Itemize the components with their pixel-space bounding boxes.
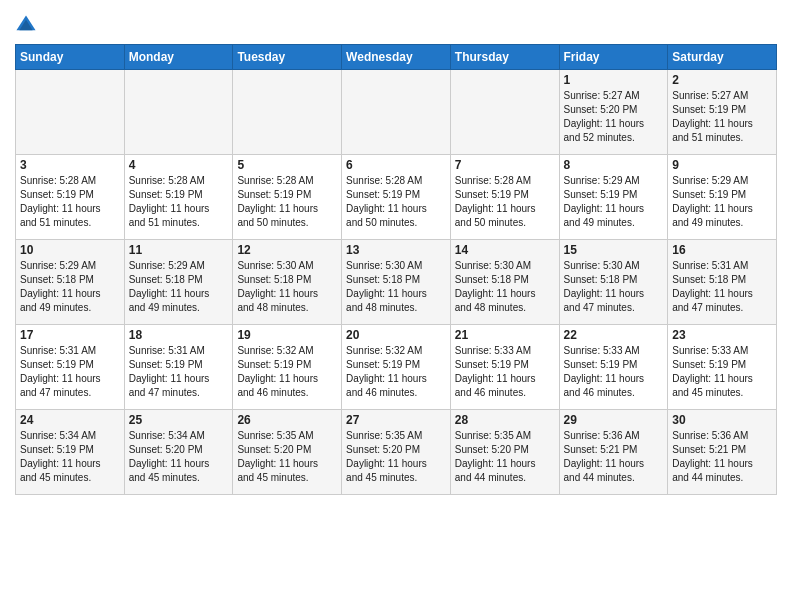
day-info: Sunrise: 5:29 AM Sunset: 5:19 PM Dayligh… (564, 174, 664, 230)
calendar-cell (16, 70, 125, 155)
day-number: 19 (237, 328, 337, 342)
day-number: 28 (455, 413, 555, 427)
day-info: Sunrise: 5:28 AM Sunset: 5:19 PM Dayligh… (455, 174, 555, 230)
day-info: Sunrise: 5:29 AM Sunset: 5:19 PM Dayligh… (672, 174, 772, 230)
day-info: Sunrise: 5:35 AM Sunset: 5:20 PM Dayligh… (346, 429, 446, 485)
logo (15, 14, 41, 36)
day-info: Sunrise: 5:27 AM Sunset: 5:20 PM Dayligh… (564, 89, 664, 145)
calendar-cell: 26Sunrise: 5:35 AM Sunset: 5:20 PM Dayli… (233, 410, 342, 495)
day-number: 17 (20, 328, 120, 342)
calendar-cell: 29Sunrise: 5:36 AM Sunset: 5:21 PM Dayli… (559, 410, 668, 495)
day-info: Sunrise: 5:29 AM Sunset: 5:18 PM Dayligh… (129, 259, 229, 315)
day-info: Sunrise: 5:35 AM Sunset: 5:20 PM Dayligh… (455, 429, 555, 485)
day-info: Sunrise: 5:30 AM Sunset: 5:18 PM Dayligh… (346, 259, 446, 315)
day-info: Sunrise: 5:36 AM Sunset: 5:21 PM Dayligh… (564, 429, 664, 485)
day-number: 16 (672, 243, 772, 257)
calendar-cell: 22Sunrise: 5:33 AM Sunset: 5:19 PM Dayli… (559, 325, 668, 410)
calendar-cell: 16Sunrise: 5:31 AM Sunset: 5:18 PM Dayli… (668, 240, 777, 325)
day-info: Sunrise: 5:28 AM Sunset: 5:19 PM Dayligh… (346, 174, 446, 230)
day-number: 23 (672, 328, 772, 342)
calendar-cell: 18Sunrise: 5:31 AM Sunset: 5:19 PM Dayli… (124, 325, 233, 410)
logo-icon (15, 14, 37, 36)
day-info: Sunrise: 5:35 AM Sunset: 5:20 PM Dayligh… (237, 429, 337, 485)
day-info: Sunrise: 5:31 AM Sunset: 5:19 PM Dayligh… (20, 344, 120, 400)
calendar-cell (450, 70, 559, 155)
calendar-table: SundayMondayTuesdayWednesdayThursdayFrid… (15, 44, 777, 495)
day-info: Sunrise: 5:31 AM Sunset: 5:19 PM Dayligh… (129, 344, 229, 400)
day-number: 24 (20, 413, 120, 427)
day-number: 30 (672, 413, 772, 427)
calendar-cell: 11Sunrise: 5:29 AM Sunset: 5:18 PM Dayli… (124, 240, 233, 325)
day-info: Sunrise: 5:32 AM Sunset: 5:19 PM Dayligh… (237, 344, 337, 400)
day-number: 11 (129, 243, 229, 257)
calendar-cell: 3Sunrise: 5:28 AM Sunset: 5:19 PM Daylig… (16, 155, 125, 240)
calendar-cell: 4Sunrise: 5:28 AM Sunset: 5:19 PM Daylig… (124, 155, 233, 240)
day-number: 22 (564, 328, 664, 342)
day-number: 9 (672, 158, 772, 172)
calendar-cell: 7Sunrise: 5:28 AM Sunset: 5:19 PM Daylig… (450, 155, 559, 240)
day-info: Sunrise: 5:27 AM Sunset: 5:19 PM Dayligh… (672, 89, 772, 145)
calendar-cell: 17Sunrise: 5:31 AM Sunset: 5:19 PM Dayli… (16, 325, 125, 410)
day-of-week-friday: Friday (559, 45, 668, 70)
calendar-cell: 1Sunrise: 5:27 AM Sunset: 5:20 PM Daylig… (559, 70, 668, 155)
day-number: 27 (346, 413, 446, 427)
day-number: 10 (20, 243, 120, 257)
day-of-week-monday: Monday (124, 45, 233, 70)
calendar-header: SundayMondayTuesdayWednesdayThursdayFrid… (16, 45, 777, 70)
day-number: 2 (672, 73, 772, 87)
calendar-cell: 12Sunrise: 5:30 AM Sunset: 5:18 PM Dayli… (233, 240, 342, 325)
day-info: Sunrise: 5:28 AM Sunset: 5:19 PM Dayligh… (20, 174, 120, 230)
day-number: 7 (455, 158, 555, 172)
day-info: Sunrise: 5:28 AM Sunset: 5:19 PM Dayligh… (237, 174, 337, 230)
calendar-cell: 20Sunrise: 5:32 AM Sunset: 5:19 PM Dayli… (342, 325, 451, 410)
calendar-cell: 28Sunrise: 5:35 AM Sunset: 5:20 PM Dayli… (450, 410, 559, 495)
calendar-cell: 10Sunrise: 5:29 AM Sunset: 5:18 PM Dayli… (16, 240, 125, 325)
day-of-week-sunday: Sunday (16, 45, 125, 70)
day-number: 6 (346, 158, 446, 172)
day-number: 21 (455, 328, 555, 342)
day-number: 26 (237, 413, 337, 427)
day-info: Sunrise: 5:30 AM Sunset: 5:18 PM Dayligh… (455, 259, 555, 315)
day-info: Sunrise: 5:28 AM Sunset: 5:19 PM Dayligh… (129, 174, 229, 230)
day-number: 1 (564, 73, 664, 87)
calendar-cell: 5Sunrise: 5:28 AM Sunset: 5:19 PM Daylig… (233, 155, 342, 240)
day-info: Sunrise: 5:32 AM Sunset: 5:19 PM Dayligh… (346, 344, 446, 400)
day-info: Sunrise: 5:34 AM Sunset: 5:19 PM Dayligh… (20, 429, 120, 485)
day-of-week-saturday: Saturday (668, 45, 777, 70)
day-info: Sunrise: 5:34 AM Sunset: 5:20 PM Dayligh… (129, 429, 229, 485)
calendar-cell: 8Sunrise: 5:29 AM Sunset: 5:19 PM Daylig… (559, 155, 668, 240)
day-number: 18 (129, 328, 229, 342)
calendar-cell: 2Sunrise: 5:27 AM Sunset: 5:19 PM Daylig… (668, 70, 777, 155)
calendar-cell: 13Sunrise: 5:30 AM Sunset: 5:18 PM Dayli… (342, 240, 451, 325)
day-info: Sunrise: 5:33 AM Sunset: 5:19 PM Dayligh… (564, 344, 664, 400)
day-number: 12 (237, 243, 337, 257)
day-number: 4 (129, 158, 229, 172)
calendar-cell (342, 70, 451, 155)
day-number: 15 (564, 243, 664, 257)
day-number: 5 (237, 158, 337, 172)
day-number: 20 (346, 328, 446, 342)
day-info: Sunrise: 5:30 AM Sunset: 5:18 PM Dayligh… (564, 259, 664, 315)
calendar-cell: 9Sunrise: 5:29 AM Sunset: 5:19 PM Daylig… (668, 155, 777, 240)
day-info: Sunrise: 5:36 AM Sunset: 5:21 PM Dayligh… (672, 429, 772, 485)
calendar-cell: 21Sunrise: 5:33 AM Sunset: 5:19 PM Dayli… (450, 325, 559, 410)
calendar-cell: 15Sunrise: 5:30 AM Sunset: 5:18 PM Dayli… (559, 240, 668, 325)
header (15, 10, 777, 36)
day-info: Sunrise: 5:31 AM Sunset: 5:18 PM Dayligh… (672, 259, 772, 315)
calendar-cell: 24Sunrise: 5:34 AM Sunset: 5:19 PM Dayli… (16, 410, 125, 495)
day-number: 8 (564, 158, 664, 172)
day-of-week-thursday: Thursday (450, 45, 559, 70)
calendar-cell: 19Sunrise: 5:32 AM Sunset: 5:19 PM Dayli… (233, 325, 342, 410)
day-number: 13 (346, 243, 446, 257)
day-info: Sunrise: 5:29 AM Sunset: 5:18 PM Dayligh… (20, 259, 120, 315)
calendar-cell: 30Sunrise: 5:36 AM Sunset: 5:21 PM Dayli… (668, 410, 777, 495)
calendar-cell: 25Sunrise: 5:34 AM Sunset: 5:20 PM Dayli… (124, 410, 233, 495)
day-number: 25 (129, 413, 229, 427)
day-number: 3 (20, 158, 120, 172)
day-info: Sunrise: 5:30 AM Sunset: 5:18 PM Dayligh… (237, 259, 337, 315)
day-number: 29 (564, 413, 664, 427)
calendar-cell: 6Sunrise: 5:28 AM Sunset: 5:19 PM Daylig… (342, 155, 451, 240)
calendar-cell: 14Sunrise: 5:30 AM Sunset: 5:18 PM Dayli… (450, 240, 559, 325)
day-info: Sunrise: 5:33 AM Sunset: 5:19 PM Dayligh… (672, 344, 772, 400)
day-of-week-wednesday: Wednesday (342, 45, 451, 70)
